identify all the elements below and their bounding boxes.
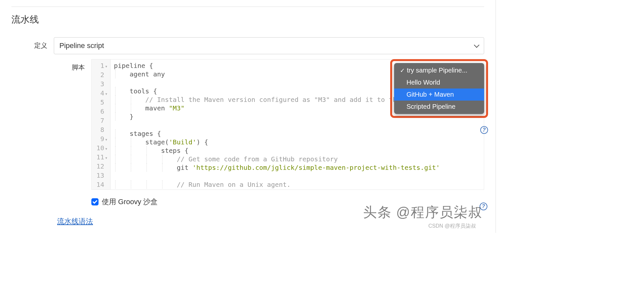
dropdown-item-label: try sample Pipeline... — [407, 67, 468, 74]
code-line: // Run Maven on a Unix agent. — [114, 180, 481, 189]
code-line: stages { — [114, 129, 481, 138]
dropdown-item[interactable]: Hello World — [394, 76, 484, 89]
code-line: git 'https://github.com/jglick/simple-ma… — [114, 163, 481, 172]
gutter-line: 2 — [96, 71, 108, 80]
watermark: 头条 @程序员柒叔 — [363, 203, 483, 221]
sandbox-checkbox[interactable] — [91, 198, 99, 205]
definition-select[interactable]: Pipeline script — [54, 37, 484, 54]
gutter-line: 4▾ — [96, 89, 108, 98]
gutter-line: 10▾ — [96, 144, 108, 153]
gutter-line: 8 — [96, 125, 108, 135]
code-line — [114, 121, 481, 129]
section-title: 流水线 — [11, 13, 484, 26]
gutter-line: 5 — [96, 98, 108, 107]
sample-pipeline-highlight: ✓try sample Pipeline...Hello WorldGitHub… — [390, 59, 488, 118]
dropdown-item-label: Scripted Pipeline — [406, 103, 455, 110]
dropdown-item-label: GitHub + Maven — [406, 91, 454, 98]
code-line: steps { — [114, 146, 481, 155]
fold-marker-icon[interactable]: ▾ — [105, 154, 108, 162]
sandbox-label: 使用 Groovy 沙盒 — [102, 197, 158, 207]
dropdown-item-label: Hello World — [406, 79, 440, 86]
gutter-line: 14 — [96, 180, 108, 189]
definition-row: 定义 Pipeline script — [11, 37, 484, 54]
code-line: stage('Build') { — [114, 138, 481, 146]
dropdown-item[interactable]: Scripted Pipeline — [394, 101, 484, 113]
script-label: 脚本 — [11, 59, 91, 72]
dropdown-item[interactable]: ✓try sample Pipeline... — [394, 64, 484, 76]
definition-label: 定义 — [11, 37, 54, 50]
gutter-line: 6 — [96, 107, 108, 116]
gutter-line: 15 — [96, 189, 108, 190]
gutter-line: 1▾ — [96, 61, 108, 71]
gutter-line: 7 — [96, 116, 108, 125]
editor-gutter: 1▾2 3 4▾5 6 7 8 9▾10▾11▾12 13 14 15 — [92, 59, 111, 189]
sample-pipeline-dropdown[interactable]: ✓try sample Pipeline...Hello WorldGitHub… — [394, 63, 484, 114]
fold-marker-icon[interactable]: ▾ — [105, 89, 108, 98]
watermark-sub: CSDN @程序员柒叔 — [428, 223, 476, 230]
pipeline-syntax-link[interactable]: 流水线语法 — [57, 217, 93, 225]
check-icon: ✓ — [400, 67, 405, 74]
gutter-line: 13 — [96, 171, 108, 180]
help-icon[interactable]: ? — [480, 126, 488, 134]
gutter-line: 3 — [96, 80, 108, 89]
code-line — [114, 172, 481, 180]
fold-marker-icon[interactable]: ▾ — [105, 144, 108, 153]
fold-marker-icon[interactable]: ▾ — [105, 135, 108, 144]
gutter-line: 12 — [96, 162, 108, 171]
definition-select-value: Pipeline script — [59, 41, 104, 50]
fold-marker-icon[interactable]: ▾ — [105, 62, 108, 71]
gutter-line: 9▾ — [96, 135, 108, 144]
script-row: 脚本 1▾2 3 4▾5 6 7 8 9▾10▾11▾12 13 14 15 p… — [11, 59, 484, 190]
gutter-line: 11▾ — [96, 153, 108, 162]
dropdown-item[interactable]: GitHub + Maven — [394, 89, 484, 101]
chevron-down-icon — [474, 42, 480, 48]
code-line: // Get some code from a GitHub repositor… — [114, 155, 481, 163]
